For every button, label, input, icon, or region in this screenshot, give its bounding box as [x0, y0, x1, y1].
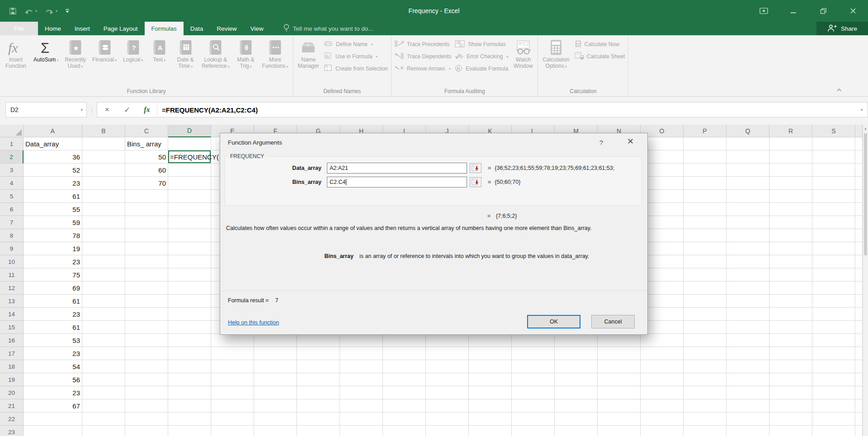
column-header-partial[interactable] — [855, 125, 863, 137]
cell-A19[interactable]: 56 — [24, 373, 82, 386]
dialog-title[interactable]: Function Arguments — [220, 133, 647, 151]
cell-F21[interactable] — [254, 399, 297, 413]
cell-H17[interactable] — [340, 347, 383, 360]
cell-partial[interactable] — [855, 150, 863, 164]
help-link[interactable]: Help on this function — [228, 319, 279, 326]
watch-window-button[interactable]: WatchWindow — [510, 36, 536, 87]
cell-B12[interactable] — [82, 281, 125, 295]
cell-A18[interactable]: 54 — [24, 360, 82, 373]
column-header-R[interactable]: R — [769, 125, 812, 137]
cell-S2[interactable] — [812, 150, 855, 164]
cell-S10[interactable] — [812, 255, 855, 268]
cell-F18[interactable] — [254, 360, 297, 373]
row-header-12[interactable]: 12 — [0, 281, 24, 295]
cell-D8[interactable] — [168, 229, 211, 242]
cell-G23[interactable] — [297, 426, 340, 436]
cell-F20[interactable] — [254, 386, 297, 399]
cell-P19[interactable] — [684, 373, 726, 386]
expand-formula-bar-icon[interactable]: ▾ — [856, 108, 868, 112]
cell-B18[interactable] — [82, 360, 125, 373]
column-header-B[interactable]: B — [82, 125, 125, 137]
cell-H18[interactable] — [340, 360, 383, 373]
cell-S21[interactable] — [812, 399, 855, 413]
cell-E23[interactable] — [211, 426, 254, 436]
column-header-A[interactable]: A — [24, 125, 82, 137]
row-header-23[interactable]: 23 — [0, 426, 24, 436]
cell-C8[interactable] — [125, 229, 168, 242]
define-name-button[interactable]: Define Name▾ — [324, 40, 388, 49]
cell-R2[interactable] — [769, 150, 812, 164]
tab-page-layout[interactable]: Page Layout — [97, 22, 145, 35]
vertical-scrollbar[interactable]: ▲ — [863, 125, 868, 436]
cell-K21[interactable] — [469, 399, 512, 413]
cell-E22[interactable] — [211, 413, 254, 426]
cell-R6[interactable] — [769, 203, 812, 216]
select-all-corner[interactable] — [0, 125, 24, 137]
cell-A22[interactable] — [24, 413, 82, 426]
show-formulas-button[interactable]: 15fxShow Formulas — [455, 40, 508, 49]
cell-K16[interactable] — [469, 334, 512, 347]
cell-N16[interactable] — [598, 334, 641, 347]
cell-L20[interactable] — [512, 386, 555, 399]
cell-I21[interactable] — [383, 399, 426, 413]
cell-C3[interactable]: 60 — [125, 164, 168, 177]
cell-M23[interactable] — [555, 426, 598, 436]
cell-partial[interactable] — [855, 190, 863, 203]
cell-S8[interactable] — [812, 229, 855, 242]
cell-S13[interactable] — [812, 295, 855, 308]
redo-icon[interactable]: ▾ — [44, 8, 57, 14]
collapse-ribbon-icon[interactable] — [836, 85, 842, 94]
cell-D3[interactable] — [168, 164, 211, 177]
row-header-3[interactable]: 3 — [0, 164, 24, 177]
cell-Q5[interactable] — [726, 190, 769, 203]
scrollbar-thumb[interactable] — [864, 133, 867, 255]
cell-partial[interactable] — [855, 295, 863, 308]
cell-J16[interactable] — [426, 334, 469, 347]
cell-L22[interactable] — [512, 413, 555, 426]
cell-J21[interactable] — [426, 399, 469, 413]
row-header-19[interactable]: 19 — [0, 373, 24, 386]
row-header-16[interactable]: 16 — [0, 334, 24, 347]
cell-G20[interactable] — [297, 386, 340, 399]
cell-R4[interactable] — [769, 177, 812, 190]
cell-Q18[interactable] — [726, 360, 769, 373]
cell-J22[interactable] — [426, 413, 469, 426]
cancel-entry-button[interactable]: × — [97, 103, 117, 117]
cell-D2[interactable]: =FREQUENCY( — [168, 150, 211, 164]
cell-R21[interactable] — [769, 399, 812, 413]
cell-L18[interactable] — [512, 360, 555, 373]
name-manager-button[interactable]: NameManager — [295, 36, 322, 87]
cell-D16[interactable] — [168, 334, 211, 347]
tab-data[interactable]: Data — [184, 22, 210, 35]
cell-B21[interactable] — [82, 399, 125, 413]
cell-Q15[interactable] — [726, 321, 769, 334]
cell-B13[interactable] — [82, 295, 125, 308]
cell-N21[interactable] — [598, 399, 641, 413]
cell-B3[interactable] — [82, 164, 125, 177]
cell-R8[interactable] — [769, 229, 812, 242]
cell-O19[interactable] — [641, 373, 684, 386]
cell-B19[interactable] — [82, 373, 125, 386]
redo-caret-icon[interactable]: ▾ — [56, 9, 57, 13]
cell-M22[interactable] — [555, 413, 598, 426]
scroll-up-icon[interactable]: ▲ — [863, 125, 868, 132]
dialog-help-icon[interactable]: ? — [599, 139, 603, 146]
cell-R18[interactable] — [769, 360, 812, 373]
cell-B1[interactable] — [82, 137, 125, 150]
formula-input[interactable]: =FREQUENCY(A2:A21,C2:C4) — [162, 106, 258, 114]
tab-view[interactable]: View — [244, 22, 270, 35]
cell-D21[interactable] — [168, 399, 211, 413]
cell-C1[interactable]: Bins_ array — [125, 137, 168, 150]
cell-O18[interactable] — [641, 360, 684, 373]
cell-P14[interactable] — [684, 308, 726, 321]
cell-R23[interactable] — [769, 426, 812, 436]
cell-C5[interactable] — [125, 190, 168, 203]
cell-S12[interactable] — [812, 281, 855, 295]
minimize-button[interactable] — [778, 0, 808, 22]
cell-S20[interactable] — [812, 386, 855, 399]
cell-D9[interactable] — [168, 242, 211, 255]
tab-review[interactable]: Review — [210, 22, 243, 35]
cell-K17[interactable] — [469, 347, 512, 360]
cell-C19[interactable] — [125, 373, 168, 386]
cell-partial[interactable] — [855, 164, 863, 177]
